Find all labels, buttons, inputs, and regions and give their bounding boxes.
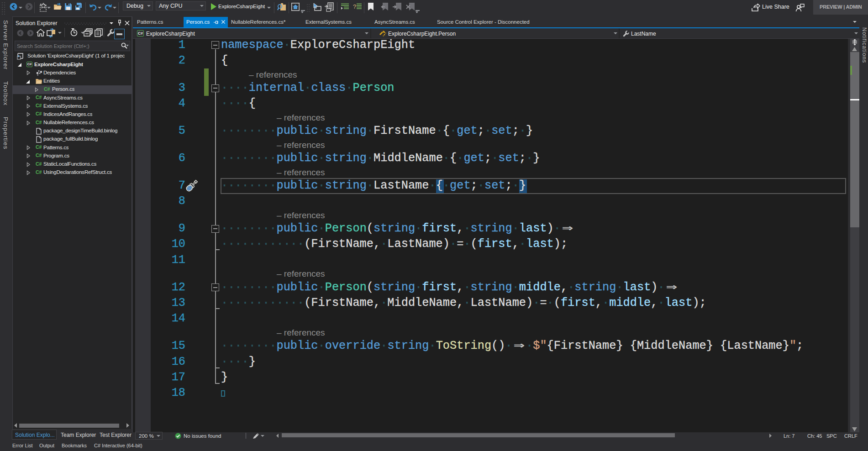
svg-text:?: ? <box>353 3 356 10</box>
